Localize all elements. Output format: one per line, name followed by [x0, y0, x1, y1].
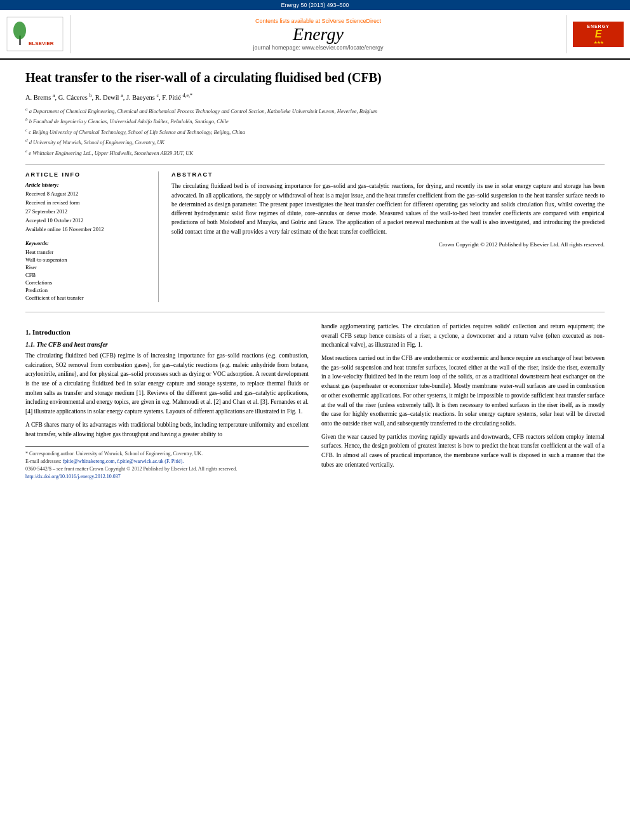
journal-homepage: journal homepage: www.elsevier.com/locat… [83, 44, 553, 51]
section-1-heading: 1. Introduction [25, 328, 309, 336]
keyword-7: Coefficient of heat transfer [25, 295, 149, 301]
elsevier-logo-svg: ELSEVIER [6, 17, 64, 51]
sciverse-prefix: Contents lists available at [255, 18, 322, 24]
history-revised-date: 27 September 2012 [25, 208, 149, 216]
keyword-6: Prediction [25, 287, 149, 293]
article-info: ARTICLE INFO Article history: Received 8… [25, 171, 159, 302]
intro-paragraph-1: The circulating fluidized bed (CFB) regi… [25, 351, 309, 417]
keywords-label: Keywords: [25, 240, 149, 246]
divider-2 [25, 312, 605, 312]
keyword-5: Correlations [25, 279, 149, 286]
right-paragraph-1: handle agglomerating particles. The circ… [321, 322, 605, 350]
divider-1 [25, 164, 605, 165]
left-column: 1. Introduction 1.1. The CFB and heat tr… [25, 322, 309, 481]
journal-topbar: Energy 50 (2013) 493–500 [0, 0, 630, 10]
energy-logo-box: ENERGY E ★★★ [573, 22, 624, 47]
elsevier-logo: ELSEVIER [6, 17, 64, 53]
affiliation-a: a a Department of Chemical Engineering, … [25, 106, 605, 116]
footer-divider [25, 446, 309, 447]
history-online: Available online 16 November 2012 [25, 226, 149, 234]
article-title: Heat transfer to the riser-wall of a cir… [25, 69, 605, 86]
abstract-section: ABSTRACT The circulating fluidized bed i… [171, 171, 605, 302]
article-info-title: ARTICLE INFO [25, 171, 149, 178]
svg-point-2 [13, 22, 26, 39]
article-body: Heat transfer to the riser-wall of a cir… [0, 60, 630, 490]
footnote-doi: http://dx.doi.org/10.1016/j.energy.2012.… [25, 473, 309, 481]
abstract-title: ABSTRACT [171, 171, 605, 178]
info-abstract-section: ARTICLE INFO Article history: Received 8… [25, 171, 605, 302]
journal-header: ELSEVIER Contents lists available at Sci… [0, 10, 630, 60]
energy-logo: ENERGY E ★★★ [573, 22, 624, 47]
subsection-1-1-heading: 1.1. The CFB and heat transfer [25, 341, 309, 348]
history-label: Article history: [25, 182, 149, 188]
copyright-line: Crown Copyright © 2012 Published by Else… [171, 241, 605, 248]
affiliations: a a Department of Chemical Engineering, … [25, 106, 605, 157]
journal-center: Contents lists available at SciVerse Sci… [70, 15, 566, 53]
affiliation-e: e e Whittaker Engineering Ltd., Upper Hi… [25, 148, 605, 157]
right-column: handle agglomerating particles. The circ… [321, 322, 605, 481]
affiliation-b: b b Facultad de Ingeniería y Ciencias, U… [25, 116, 605, 126]
svg-text:ELSEVIER: ELSEVIER [29, 41, 54, 46]
right-paragraph-2: Most reactions carried out in the CFB ar… [321, 354, 605, 429]
authors-line: A. Brems a, G. Cáceres b, R. Dewil a, J.… [25, 92, 605, 101]
abstract-text: The circulating fluidized bed is of incr… [171, 182, 605, 236]
right-paragraph-3: Given the wear caused by particles movin… [321, 432, 605, 470]
main-content: 1. Introduction 1.1. The CFB and heat tr… [25, 322, 605, 481]
sciverse-link-text[interactable]: SciVerse ScienceDirect [322, 18, 382, 24]
history-received: Received 8 August 2012 [25, 190, 149, 198]
keyword-4: CFB [25, 272, 149, 278]
journal-citation: Energy 50 (2013) 493–500 [281, 2, 349, 8]
footnote-email: E-mail addresses: fpitie@whittakereng.co… [25, 458, 309, 465]
intro-paragraph-2: A CFB shares many of its advantages with… [25, 420, 309, 439]
keyword-3: Riser [25, 264, 149, 270]
history-revised-label: Received in revised form [25, 199, 149, 207]
affiliation-c: c c Beijing University of Chemical Techn… [25, 127, 605, 137]
history-accepted: Accepted 10 October 2012 [25, 217, 149, 225]
affiliation-d: d d University of Warwick, School of Eng… [25, 137, 605, 147]
footnote-issn: 0360-5442/$ – see front matter Crown Cop… [25, 465, 309, 473]
journal-title: Energy [83, 24, 553, 44]
sciverse-line: Contents lists available at SciVerse Sci… [83, 18, 553, 24]
keyword-1: Heat transfer [25, 249, 149, 255]
keyword-2: Wall-to-suspension [25, 257, 149, 263]
footnote-corresponding: * Corresponding author. University of Wa… [25, 450, 309, 458]
authors-text: A. Brems a, G. Cáceres b, R. Dewil a, J.… [25, 94, 192, 101]
